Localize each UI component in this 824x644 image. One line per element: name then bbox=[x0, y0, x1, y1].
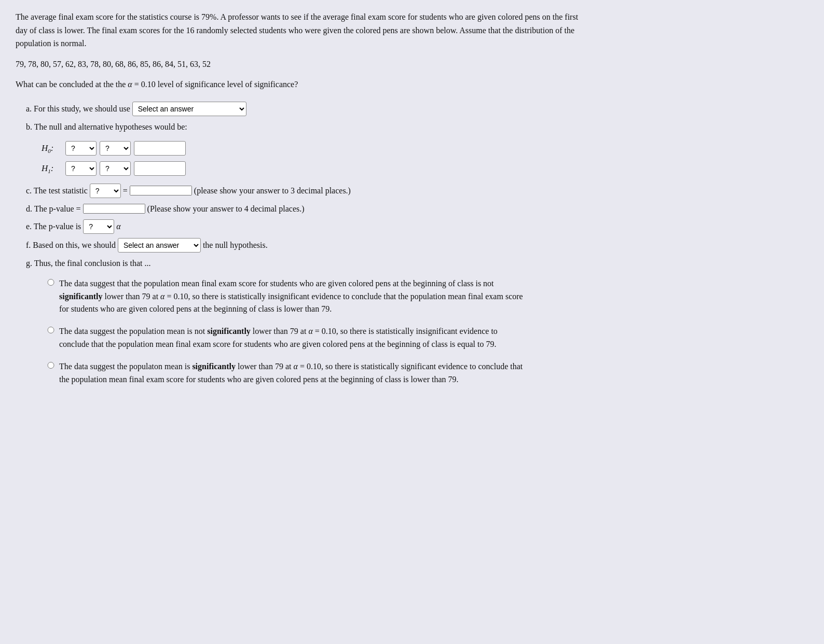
alpha-symbol: α bbox=[128, 80, 132, 89]
h0-row: H0: ? μ x̄ p p̂ ? = ≠ < > ≤ ≥ bbox=[42, 141, 586, 156]
c-equals: = bbox=[123, 184, 128, 198]
answer-a-dropdown[interactable]: Select an answer a t-test for a populati… bbox=[132, 102, 246, 116]
radio-option-1: The data suggest that the population mea… bbox=[47, 277, 586, 316]
answer-a: a. For this study, we should use Select … bbox=[26, 102, 586, 116]
c-hint: (please show your answer to 3 decimal pl… bbox=[194, 184, 351, 198]
answer-b: b. The null and alternative hypotheses w… bbox=[26, 120, 586, 134]
answer-c-label: c. The test statistic bbox=[26, 184, 88, 198]
hypothesis-block: H0: ? μ x̄ p p̂ ? = ≠ < > ≤ ≥ bbox=[42, 141, 586, 176]
answer-e: e. The p-value is ? < > = α bbox=[26, 219, 586, 234]
d-pvalue-input[interactable] bbox=[83, 204, 145, 214]
answer-g-label: g. Thus, the final conclusion is that ..… bbox=[26, 259, 151, 268]
h1-symbol-dropdown[interactable]: ? μ x̄ p p̂ bbox=[65, 161, 97, 176]
e-comparison-dropdown[interactable]: ? < > = bbox=[83, 219, 114, 234]
h1-label: H1: bbox=[42, 161, 62, 176]
c-statistic-dropdown[interactable]: ? t z bbox=[90, 184, 121, 198]
answer-a-label: a. For this study, we should use bbox=[26, 102, 130, 116]
answer-e-label: e. The p-value is bbox=[26, 220, 81, 233]
h1-value-input[interactable] bbox=[134, 161, 186, 176]
answers-section: a. For this study, we should use Select … bbox=[26, 102, 586, 386]
answer-f: f. Based on this, we should Select an an… bbox=[26, 238, 586, 253]
radio-label-1[interactable]: The data suggest that the population mea… bbox=[59, 277, 526, 316]
radio-input-1[interactable] bbox=[47, 279, 55, 286]
radio-input-2[interactable] bbox=[47, 327, 55, 333]
radio-group: The data suggest that the population mea… bbox=[47, 277, 586, 386]
radio-label-3[interactable]: The data suggest the populaton mean is s… bbox=[59, 360, 526, 386]
answer-b-label: b. The null and alternative hypotheses w… bbox=[26, 122, 187, 131]
answer-f-label: f. Based on this, we should bbox=[26, 239, 116, 252]
radio-input-3[interactable] bbox=[47, 362, 55, 369]
answer-d: d. The p-value = (Please show your answe… bbox=[26, 202, 586, 216]
answer-c: c. The test statistic ? t z = (please sh… bbox=[26, 184, 586, 198]
data-scores: 79, 78, 80, 57, 62, 83, 78, 80, 68, 86, … bbox=[16, 58, 586, 71]
h0-comparison-dropdown[interactable]: ? = ≠ < > ≤ ≥ bbox=[100, 141, 131, 156]
h1-row: H1: ? μ x̄ p p̂ ? = ≠ < > ≤ ≥ bbox=[42, 161, 586, 176]
main-content: The average final exam score for the sta… bbox=[16, 10, 586, 386]
radio-option-3: The data suggest the populaton mean is s… bbox=[47, 360, 586, 386]
d-hint: (Please show your answer to 4 decimal pl… bbox=[147, 202, 305, 216]
answer-f-suffix: the null hypothesis. bbox=[203, 239, 268, 252]
question-text: What can be concluded at the the α = 0.1… bbox=[16, 78, 586, 91]
radio-label-2[interactable]: The data suggest the population mean is … bbox=[59, 325, 526, 351]
c-statistic-input[interactable] bbox=[130, 186, 192, 195]
h1-comparison-dropdown[interactable]: ? = ≠ < > ≤ ≥ bbox=[100, 161, 131, 176]
answer-d-label: d. The p-value = bbox=[26, 202, 81, 216]
h0-symbol-dropdown[interactable]: ? μ x̄ p p̂ bbox=[65, 141, 97, 156]
radio-option-2: The data suggest the population mean is … bbox=[47, 325, 586, 351]
h0-label: H0: bbox=[42, 141, 62, 156]
answer-g: g. Thus, the final conclusion is that ..… bbox=[26, 257, 586, 270]
h0-value-input[interactable] bbox=[134, 141, 186, 156]
e-alpha-symbol: α bbox=[116, 220, 120, 233]
f-action-dropdown[interactable]: Select an answer reject fail to reject a… bbox=[118, 238, 201, 253]
intro-text: The average final exam score for the sta… bbox=[16, 10, 586, 50]
